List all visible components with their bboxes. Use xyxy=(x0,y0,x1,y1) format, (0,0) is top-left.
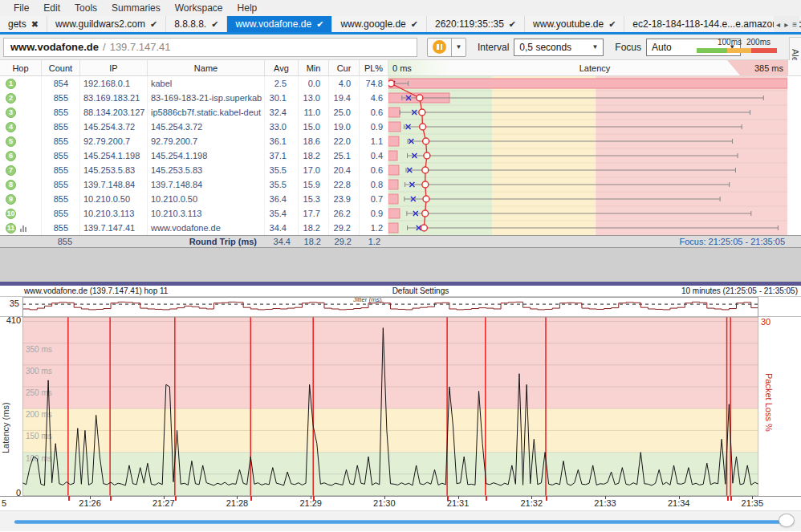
column-header-avg[interactable]: Avg xyxy=(265,60,299,75)
focus-value: Auto xyxy=(652,42,672,53)
hop-number-badge: 5 xyxy=(6,136,16,147)
tab-www-youtube-de[interactable]: www.youtube.de✔ xyxy=(525,16,624,32)
target-address-box[interactable]: www.vodafone.de / 139.7.147.41 xyxy=(3,38,417,57)
cell-cur: 4.0 xyxy=(329,76,360,91)
time-label-21-27: 21:27 xyxy=(152,498,175,508)
cell-avg: 32.4 xyxy=(265,105,299,120)
hop-number-badge: 10 xyxy=(6,209,16,219)
svg-text:150 ms: 150 ms xyxy=(26,432,52,441)
cell-count: 855 xyxy=(42,120,80,134)
check-icon: ✔ xyxy=(509,19,516,30)
interval-value: 0,5 seconds xyxy=(519,42,571,53)
total-round-trip-label: Round Trip (ms) xyxy=(148,236,265,247)
pause-button[interactable] xyxy=(428,39,452,56)
cell-ip: 139.7.147.41 xyxy=(80,221,148,235)
latency-graph-header: 0 msLatency385 ms xyxy=(388,60,801,75)
tab-8-8-8-8[interactable]: 8.8.8.8.✔ xyxy=(166,16,227,32)
check-icon: ✔ xyxy=(411,19,418,30)
time-label-21-29: 21:29 xyxy=(299,498,322,508)
timeline-scrollbar[interactable] xyxy=(14,520,788,524)
cell-ip: 139.7.148.84 xyxy=(80,177,148,192)
hop-number-badge: 11 xyxy=(6,223,16,234)
time-label-21-31: 21:31 xyxy=(447,498,470,508)
menu-item-summaries[interactable]: Summaries xyxy=(104,0,168,16)
column-header-ip[interactable]: IP xyxy=(80,60,148,75)
cell-name: 145.254.3.72 xyxy=(148,120,265,134)
cell-count: 855 xyxy=(42,221,80,235)
cell-avg: 37.1 xyxy=(265,148,299,163)
tab-www-google-de[interactable]: www.google.de✔ xyxy=(332,16,427,32)
hop-number-badge: 1 xyxy=(6,79,16,89)
tab-2620-119-35-35[interactable]: 2620:119:35::35✔ xyxy=(427,16,525,32)
column-header-min[interactable]: Min xyxy=(299,60,329,75)
timeline-target-label: www.vodafone.de (139.7.147.41) hop 11 xyxy=(0,286,320,295)
column-header-cur[interactable]: Cur xyxy=(329,60,360,75)
tab-scroll-left-icon[interactable]: ◂ xyxy=(776,20,780,29)
interval-select[interactable]: 0,5 seconds ▼ xyxy=(514,39,604,56)
timeline-range-label: 10 minutes (21:25:05 - 21:35:05) xyxy=(521,286,801,295)
menu-item-workspace[interactable]: Workspace xyxy=(168,0,230,16)
column-header-name[interactable]: Name xyxy=(148,60,265,75)
cell-ip: 10.210.3.113 xyxy=(80,206,148,221)
packet-loss-tick xyxy=(313,496,315,501)
tab-www-vodafone-de[interactable]: www.vodafone.de✔ xyxy=(227,16,332,32)
svg-text:100 ms: 100 ms xyxy=(26,454,52,463)
cell-pl: 0.8 xyxy=(360,177,388,192)
target-host: www.vodafone.de xyxy=(10,41,99,53)
timeline-scroll-handle[interactable] xyxy=(779,514,795,527)
tab-gets[interactable]: gets✖ xyxy=(0,16,47,32)
cell-min: 17.0 xyxy=(299,163,329,177)
focus-label: Focus xyxy=(615,42,641,53)
cell-count: 855 xyxy=(42,91,80,105)
column-header-pl[interactable]: PL% xyxy=(360,60,388,75)
total-cur: 29.2 xyxy=(329,236,360,247)
cell-ip: 145.254.1.198 xyxy=(80,148,148,163)
pingplotter-window: FileEditToolsSummariesWorkspaceHelp gets… xyxy=(0,0,801,532)
cell-count: 855 xyxy=(42,206,80,221)
packet-loss-tick xyxy=(447,496,449,501)
menu-item-file[interactable]: File xyxy=(6,0,36,16)
trace-table: HopCountIPNameAvgMinCurPL%0 msLatency385… xyxy=(0,60,801,248)
y-axis-max-label: 410 xyxy=(2,315,21,325)
jitter-strip[interactable]: 35 Jitter (ms) xyxy=(0,297,801,317)
cell-min: 18.2 xyxy=(299,221,329,235)
cell-min: 0.0 xyxy=(299,76,329,91)
column-header-count[interactable]: Count xyxy=(42,60,80,75)
check-icon: ✔ xyxy=(608,19,616,30)
tab-scroll-right-icon[interactable]: ▸ xyxy=(784,20,788,29)
tab-list-icon[interactable]: ≡ xyxy=(792,20,797,29)
tab-www-guildwars2-com[interactable]: www.guildwars2.com✔ xyxy=(47,16,166,32)
pause-dropdown-button[interactable]: ▼ xyxy=(452,39,466,56)
svg-text:200 ms: 200 ms xyxy=(26,410,52,419)
close-icon[interactable]: ✖ xyxy=(31,19,39,30)
cell-cur: 22.8 xyxy=(329,177,360,192)
scale-max-label: 385 ms xyxy=(727,60,788,75)
cell-cur: 19.0 xyxy=(329,120,360,134)
latency-color-legend: 100ms 200ms xyxy=(697,38,777,57)
tab-label: 8.8.8.8. xyxy=(174,18,206,30)
cell-name: ip5886cb7f.static.kabel-deut xyxy=(148,105,265,120)
svg-text:350 ms: 350 ms xyxy=(26,345,52,354)
cell-pl: 1.2 xyxy=(360,221,388,235)
cell-ip: 10.210.0.50 xyxy=(80,192,148,206)
tab-nav-controls: ◂▸≡ xyxy=(774,16,799,32)
round-trip-total-row[interactable]: 855Round Trip (ms)34.418.229.21.2Focus: … xyxy=(0,235,801,248)
menu-item-tools[interactable]: Tools xyxy=(67,0,104,16)
target-ip: 139.7.147.41 xyxy=(110,41,171,53)
cell-cur: 19.4 xyxy=(329,91,360,105)
cell-name: 92.79.200.7 xyxy=(148,134,265,148)
menu-item-edit[interactable]: Edit xyxy=(36,0,67,16)
cell-name: kabel xyxy=(148,76,265,91)
svg-text:300 ms: 300 ms xyxy=(26,367,52,376)
cell-min: 15.0 xyxy=(299,120,329,134)
cell-name: 83-169-183-21-isp.superkab xyxy=(148,91,265,105)
time-label-21-32: 21:32 xyxy=(520,498,543,508)
cell-name: 145.253.5.83 xyxy=(148,163,265,177)
packet-loss-tick xyxy=(250,496,252,501)
hop-latency-graph[interactable] xyxy=(388,76,787,235)
menu-item-help[interactable]: Help xyxy=(230,0,265,16)
cell-count: 855 xyxy=(42,105,80,120)
column-header-hop[interactable]: Hop xyxy=(0,60,42,75)
latency-timeline-graph[interactable]: 410 0 Latency (ms) 30 Packet Loss % 350 … xyxy=(0,317,801,496)
packet-loss-tick xyxy=(727,496,729,501)
